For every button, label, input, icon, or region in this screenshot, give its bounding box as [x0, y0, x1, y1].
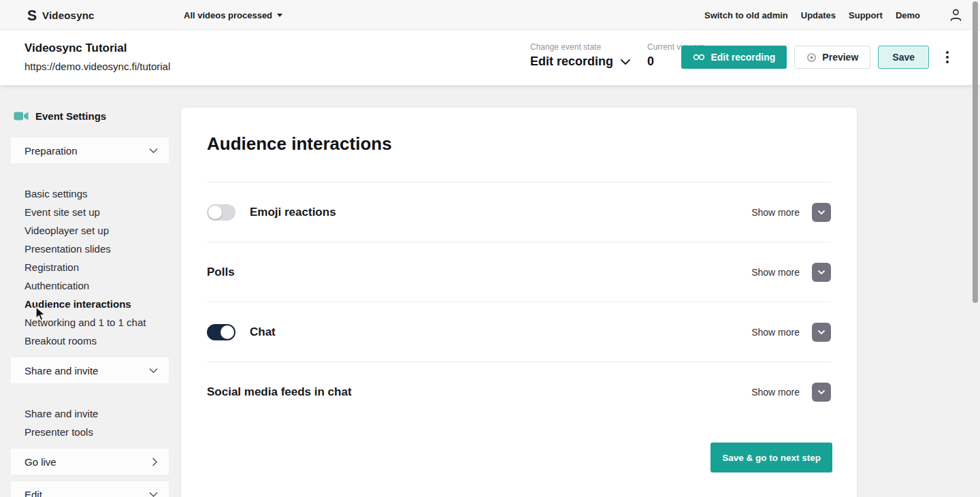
chevron-down-icon: [149, 492, 158, 497]
topbar: S Videosync All videos processed Switch …: [0, 0, 980, 30]
sidebar-group-label: Preparation: [24, 145, 78, 157]
topbar-link-updates[interactable]: Updates: [801, 10, 836, 20]
sidebar-item-breakout-rooms[interactable]: Breakout rooms: [24, 332, 169, 350]
settings-row-emoji-reactions: Emoji reactionsShow more: [207, 182, 831, 242]
chevron-down-icon: [620, 59, 631, 65]
preview-label: Preview: [822, 52, 858, 63]
current-viewers-count: 0: [647, 54, 654, 69]
sidebar-item-networking-and-1-to-1-chat[interactable]: Networking and 1 to 1 chat: [24, 313, 169, 332]
sidebar-group-label: Go live: [24, 456, 56, 468]
videos-processed-label: All videos processed: [184, 10, 272, 20]
sidebar-item-list: Basic settingsEvent site set upVideoplay…: [11, 170, 169, 357]
emoji-reactions-toggle[interactable]: [207, 204, 235, 221]
show-more-dropdown-button[interactable]: [812, 323, 831, 342]
setting-label: Emoji reactions: [250, 206, 336, 219]
user-account-icon[interactable]: [949, 8, 962, 22]
topbar-link-demo[interactable]: Demo: [896, 10, 920, 20]
topbar-links: Switch to old adminUpdatesSupportDemo: [704, 0, 962, 30]
main-panel: Audience interactions Emoji reactionsSho…: [181, 108, 857, 497]
video-camera-icon: [14, 111, 29, 121]
event-settings-title: Event Settings: [35, 110, 106, 122]
chevron-down-icon: [817, 270, 826, 275]
sidebar-item-presenter-tools[interactable]: Presenter tools: [24, 423, 169, 441]
row-left: Emoji reactions: [207, 204, 336, 221]
topbar-link-switch-to-old-admin[interactable]: Switch to old admin: [704, 10, 788, 20]
sidebar-group-label: Edit: [24, 489, 42, 497]
sidebar-group-label: Share and invite: [24, 365, 98, 376]
settings-row-chat: ChatShow more: [207, 302, 831, 362]
show-more-link[interactable]: Show more: [751, 267, 800, 278]
chevron-down-icon: [817, 330, 826, 335]
videosync-logo[interactable]: S Videosync: [27, 0, 95, 30]
settings-row-polls: PollsShow more: [207, 242, 831, 302]
videosync-logo-text: Videosync: [42, 10, 95, 21]
save-label: Save: [892, 52, 915, 63]
show-more-link[interactable]: Show more: [751, 387, 800, 398]
event-settings-header: Event Settings: [14, 109, 169, 123]
chat-toggle[interactable]: [207, 324, 235, 340]
setting-label: Chat: [250, 325, 276, 339]
row-right: Show more: [751, 263, 831, 282]
show-more-dropdown-button[interactable]: [812, 203, 831, 222]
sidebar-groups: PreparationBasic settingsEvent site set …: [11, 138, 169, 497]
event-state-value: Edit recording: [530, 54, 613, 69]
page-title: Videosync Tutorial: [24, 42, 127, 55]
chevron-down-icon: [149, 368, 158, 374]
edit-recording-button[interactable]: Edit recording: [681, 46, 787, 69]
sidebar: Event Settings PreparationBasic settings…: [11, 103, 169, 497]
show-more-link[interactable]: Show more: [751, 327, 800, 338]
event-state-select[interactable]: Edit recording: [530, 54, 631, 69]
videos-processed-dropdown[interactable]: All videos processed: [184, 0, 282, 30]
settings-row-social-media-feeds-in-chat: Social media feeds in chatShow more: [207, 362, 831, 422]
sidebar-item-audience-interactions[interactable]: Audience interactions: [24, 295, 169, 313]
sidebar-item-videoplayer-set-up[interactable]: Videoplayer set up: [24, 221, 169, 240]
toggle-knob: [208, 206, 222, 219]
chevron-down-icon: [149, 148, 158, 154]
sidebar-group-go-live[interactable]: Go live: [11, 449, 169, 475]
videosync-logo-icon: S: [27, 7, 37, 22]
sidebar-item-authentication[interactable]: Authentication: [24, 276, 169, 295]
topbar-link-support[interactable]: Support: [849, 10, 883, 20]
vertical-scrollbar[interactable]: [973, 1, 978, 303]
event-state-label: Change event state: [530, 42, 601, 52]
row-right: Show more: [751, 203, 831, 222]
event-url[interactable]: https://demo.videosync.fi/tutorial: [24, 61, 170, 72]
row-left: Social media feeds in chat: [207, 385, 352, 399]
header-actions: Edit recording Preview Save: [681, 46, 953, 69]
save-button[interactable]: Save: [878, 46, 929, 69]
sidebar-item-registration[interactable]: Registration: [24, 258, 169, 276]
caret-down-icon: [277, 14, 282, 17]
section-title: Audience interactions: [207, 133, 831, 154]
row-left: Chat: [207, 324, 276, 340]
edit-recording-label: Edit recording: [710, 52, 775, 63]
setting-label: Social media feeds in chat: [207, 385, 352, 399]
sidebar-item-basic-settings[interactable]: Basic settings: [24, 185, 169, 203]
show-more-dropdown-button[interactable]: [812, 263, 831, 282]
event-header: Videosync Tutorial https://demo.videosyn…: [0, 30, 980, 85]
recording-icon: [693, 54, 705, 61]
save-next-step-button[interactable]: Save & go to next step: [710, 443, 832, 472]
row-right: Show more: [751, 323, 831, 342]
sidebar-item-share-and-invite[interactable]: Share and invite: [24, 404, 169, 423]
sidebar-item-event-site-set-up[interactable]: Event site set up: [24, 203, 169, 221]
sidebar-item-list: Share and invitePresenter tools: [11, 390, 169, 449]
sidebar-group-edit[interactable]: Edit: [11, 481, 169, 497]
setting-label: Polls: [207, 266, 235, 279]
show-more-link[interactable]: Show more: [751, 207, 800, 218]
eye-icon: [806, 52, 817, 63]
show-more-dropdown-button[interactable]: [812, 383, 831, 402]
chevron-right-icon: [152, 458, 158, 466]
sidebar-item-presentation-slides[interactable]: Presentation slides: [24, 240, 169, 258]
row-right: Show more: [751, 383, 831, 402]
sidebar-group-preparation[interactable]: Preparation: [11, 138, 169, 163]
settings-rows: Emoji reactionsShow morePollsShow moreCh…: [207, 182, 831, 422]
row-left: Polls: [207, 266, 235, 279]
chevron-down-icon: [817, 210, 826, 215]
more-options-kebab-icon[interactable]: [942, 48, 953, 66]
toggle-knob: [220, 325, 234, 339]
chevron-down-icon: [817, 389, 826, 395]
sidebar-group-share-and-invite[interactable]: Share and invite: [11, 357, 169, 383]
preview-button[interactable]: Preview: [794, 46, 870, 69]
